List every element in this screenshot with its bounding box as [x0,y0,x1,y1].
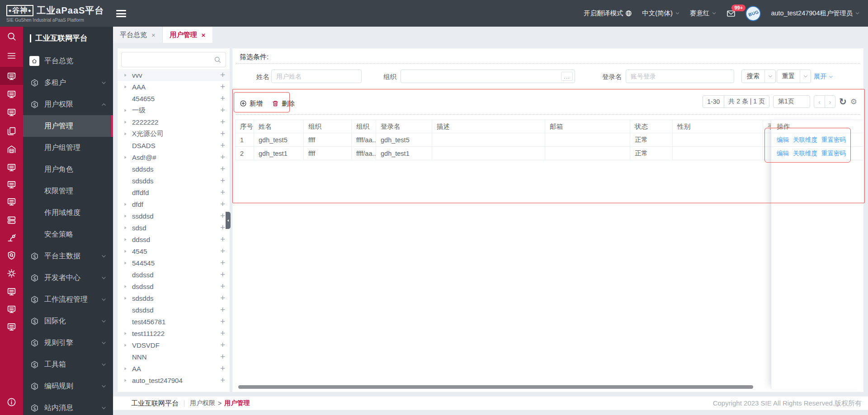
op-relate-dimension-link[interactable]: 关联维度 [793,149,817,158]
tree-item[interactable]: 4545+ [118,245,230,257]
tab-close-icon[interactable]: × [202,31,206,39]
tree-add-button[interactable]: + [220,245,225,257]
tree-add-button[interactable]: + [220,104,225,116]
rail-display-button[interactable] [0,85,23,103]
caret-right-icon[interactable] [123,212,130,219]
sidebar-subitem-安全策略[interactable]: 安全策略 [23,224,113,245]
sidebar-item-用户权限[interactable]: 用户权限 [23,93,113,115]
sidebar-subitem-用户组管理[interactable]: 用户组管理 [23,137,113,159]
tree-add-button[interactable]: + [220,163,225,175]
tree-item[interactable]: X光源公司+ [118,128,230,140]
tree-item[interactable]: 2222222+ [118,116,230,128]
tree-add-button[interactable]: + [220,233,225,245]
tree-item[interactable]: sdsdsd+ [118,304,230,316]
tree-add-button[interactable]: + [220,316,225,327]
tree-item[interactable]: test111222+ [118,327,230,339]
rail-info-button[interactable] [0,393,23,411]
tree-add-button[interactable]: + [220,363,225,374]
tree-add-button[interactable]: + [220,69,225,81]
caret-right-icon[interactable] [123,130,130,137]
tree-item[interactable]: ssddsd+ [118,210,230,222]
translate-mode-button[interactable]: 开启翻译模式 [584,9,632,18]
sidebar-item-多租户[interactable]: 多租户 [23,72,113,93]
caret-right-icon[interactable] [123,247,130,255]
rail-display-button[interactable] [0,192,23,210]
caret-right-icon[interactable] [123,341,130,349]
tree-item[interactable]: test456781+ [118,316,230,327]
search-dropdown-arrow[interactable] [764,70,775,83]
language-select[interactable]: 中文(简体) [642,9,680,18]
tree-add-button[interactable]: + [220,304,225,316]
rail-server-button[interactable] [0,211,23,229]
tree-item[interactable]: ddssd+ [118,233,230,245]
tree-item[interactable]: dsdssd+ [118,269,230,280]
caret-right-icon[interactable] [123,377,130,384]
table-row[interactable]: 1gdh_test5ffffffff/aa...gdh_test5正常 [235,133,771,147]
tree-add-button[interactable]: + [220,151,225,163]
tree-item[interactable]: sdsdds+ [118,175,230,187]
tree-item[interactable]: sdsd+ [118,222,230,233]
tree-add-button[interactable]: + [220,327,225,339]
prev-page-button[interactable]: ‹ [814,96,825,107]
sidebar-subitem-权限管理[interactable]: 权限管理 [23,180,113,202]
tree-item[interactable]: dfdf+ [118,198,230,210]
op-edit-link[interactable]: 编辑 [777,136,789,144]
tree-add-button[interactable]: + [220,257,225,269]
tree-add-button[interactable]: + [220,222,225,233]
rail-robot-arm-button[interactable] [0,228,23,247]
op-edit-link[interactable]: 编辑 [777,149,789,158]
sidebar-item-工作流程管理[interactable]: 工作流程管理 [23,289,113,310]
caret-right-icon[interactable] [123,201,130,208]
rail-display-button[interactable] [0,175,23,193]
table-settings-icon[interactable]: ⚙ [850,98,857,106]
sidebar-item-编码规则[interactable]: 编码规则 [23,375,113,397]
rail-shield-button[interactable] [0,246,23,264]
sidebar-item-工具箱[interactable]: 工具箱 [23,354,113,375]
caret-right-icon[interactable] [123,294,130,302]
tree-item[interactable]: Asd!@#+ [118,151,230,163]
tree-add-button[interactable]: + [220,93,225,104]
rail-copy-button[interactable] [0,122,23,140]
tree-add-button[interactable]: + [220,269,225,280]
tree-item[interactable]: sddsds+ [118,163,230,175]
add-button[interactable]: 新增 [240,99,263,108]
tree-add-button[interactable]: + [220,116,225,128]
sidebar-item-平台总览[interactable]: 平台总览 [23,50,113,72]
sidebar-item-站内消息[interactable]: 站内消息 [23,397,113,415]
tree-item[interactable]: AAA+ [118,81,230,93]
tree-item[interactable]: 544545+ [118,257,230,269]
sidebar-subitem-用户角色[interactable]: 用户角色 [23,159,113,180]
tree-add-button[interactable]: + [220,187,225,198]
tab-close-icon[interactable]: × [151,31,156,39]
op-relate-dimension-link[interactable]: 关联维度 [793,136,817,144]
tree-add-button[interactable]: + [220,351,225,363]
tree-add-button[interactable]: + [220,128,225,140]
page-number-input[interactable]: 第1页 [773,95,810,108]
rail-search-button[interactable] [0,27,23,45]
expand-filters-link[interactable]: 展开 [814,72,834,81]
rail-display-button[interactable] [0,300,23,318]
avatar[interactable]: BUG [745,6,761,21]
login-input[interactable] [626,70,734,83]
rail-display-button[interactable] [0,282,23,300]
tree-search-box[interactable] [121,52,226,67]
tree-item[interactable]: auto_test247904+ [118,374,230,386]
sidebar-item-国际化[interactable]: 国际化 [23,310,113,332]
tree-item[interactable]: sdsdds+ [118,292,230,304]
messages-button[interactable]: 99+ [726,9,736,18]
tree-add-button[interactable]: + [220,339,225,351]
caret-right-icon[interactable] [123,154,130,161]
caret-right-icon[interactable] [123,118,130,126]
sidebar-item-开发者中心[interactable]: 开发者中心 [23,267,113,289]
sidebar-item-平台主数据[interactable]: 平台主数据 [23,245,113,267]
reset-button[interactable]: 重置 [777,70,811,83]
tab-平台总览[interactable]: 平台总览× [113,27,163,43]
sidebar-subitem-用户管理[interactable]: 用户管理 [23,115,113,137]
rail-gear-button[interactable] [0,264,23,282]
rail-display-button[interactable] [0,103,23,121]
caret-right-icon[interactable] [123,236,130,243]
caret-right-icon[interactable] [123,259,130,266]
user-menu[interactable]: auto_test247904租户管理员 [771,9,860,18]
table-row[interactable]: 2gdh_test1ffffffff/aa...gdh_test1正常 [235,147,771,160]
tree-item[interactable]: dffdfd+ [118,187,230,198]
